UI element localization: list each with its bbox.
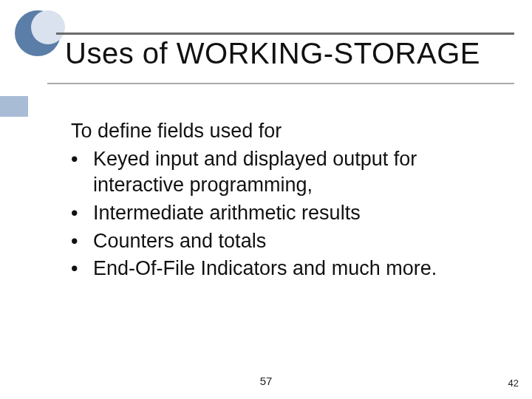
bullet-list: Keyed input and displayed output for int…	[71, 146, 502, 282]
list-item: Intermediate arithmetic results	[71, 200, 502, 227]
side-accent-block	[0, 96, 28, 117]
list-item: Keyed input and displayed output for int…	[71, 146, 502, 199]
list-item: Counters and totals	[71, 228, 502, 255]
title-rule-top	[56, 33, 514, 35]
slide-title: Uses of WORKING-STORAGE	[65, 37, 514, 70]
footer-page-right: 42	[508, 378, 519, 389]
list-item: End-Of-File Indicators and much more.	[71, 256, 502, 282]
footer-page-center: 57	[0, 375, 532, 387]
lead-text: To define fields used for	[71, 118, 502, 145]
title-rule-bottom	[47, 83, 514, 84]
slide-body: To define fields used for Keyed input an…	[71, 118, 502, 284]
